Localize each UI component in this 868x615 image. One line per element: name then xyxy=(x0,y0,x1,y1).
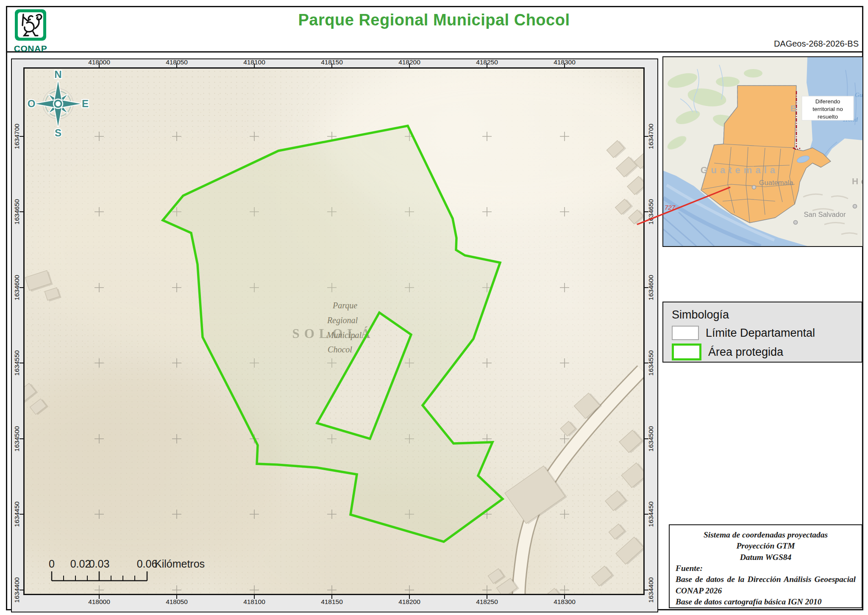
header-divider xyxy=(6,51,862,53)
building xyxy=(616,536,643,565)
svg-text:resuelto: resuelto xyxy=(818,114,838,120)
y-axis-tick xyxy=(645,211,648,212)
grid-cross-icon xyxy=(95,585,104,594)
datum-line: Datum WGS84 xyxy=(676,552,856,563)
building xyxy=(629,209,643,225)
x-axis-tick xyxy=(254,595,255,599)
compass-s: S xyxy=(55,127,61,139)
compass-n: N xyxy=(54,69,61,80)
y-axis-tick xyxy=(19,136,23,137)
inset-red-ref: 727 xyxy=(665,204,676,211)
inset-city2-dot xyxy=(794,221,798,224)
x-axis-label-bottom: 418150 xyxy=(313,598,351,606)
inset-map: Guatemala Guatemala San Salvador Ho B Gu… xyxy=(662,56,863,247)
inset-city2-label: San Salvador xyxy=(804,211,846,218)
x-axis-tick xyxy=(409,64,410,67)
inset-city3-dot xyxy=(853,205,857,208)
page-title: Parque Regional Municipal Chocol xyxy=(0,11,868,29)
legend: Simbología Límite Departamental Área pro… xyxy=(662,302,862,363)
compass-rose: N E S O xyxy=(28,69,89,139)
inset-city-label: Guatemala xyxy=(759,179,794,186)
inset-note: Diferendo territorial no resuelto xyxy=(802,96,854,120)
inset-sea-label-1: Gu xyxy=(855,91,862,98)
map-graphics: SOLOLÁ Parque Regional Municipal Chocol … xyxy=(25,69,643,594)
grid-cross-icon xyxy=(172,132,181,141)
building xyxy=(621,462,643,489)
building xyxy=(592,565,615,587)
x-axis-tick xyxy=(254,64,255,67)
x-axis-label-bottom: 418100 xyxy=(235,598,273,606)
grid-cross-icon xyxy=(560,358,569,368)
y-axis-tick xyxy=(19,438,23,439)
x-axis-label-bottom: 418250 xyxy=(468,598,506,606)
y-axis-tick xyxy=(645,514,648,515)
y-axis-tick xyxy=(19,287,23,288)
crs-line: Sistema de coordenadas proyectadas xyxy=(676,529,856,540)
y-axis-tick xyxy=(645,136,648,137)
x-axis-tick xyxy=(409,595,410,599)
building xyxy=(605,490,628,512)
source-heading: Fuente: xyxy=(676,563,856,574)
y-axis-tick xyxy=(645,590,648,590)
y-axis-tick xyxy=(19,363,23,363)
y-axis-tick xyxy=(645,363,648,363)
svg-text:Kilómetros: Kilómetros xyxy=(155,558,205,570)
grid-cross-icon xyxy=(560,510,569,519)
x-axis-tick xyxy=(564,595,565,599)
y-axis-tick xyxy=(19,211,23,212)
grid-cross-icon xyxy=(95,358,104,368)
svg-text:0: 0 xyxy=(49,558,55,570)
building xyxy=(619,429,643,454)
x-axis-label-bottom: 418050 xyxy=(158,598,196,606)
document-code: DAGeos-268-2026-BS xyxy=(774,39,859,49)
svg-text:0.03: 0.03 xyxy=(89,558,110,570)
svg-text:0.02: 0.02 xyxy=(70,558,91,570)
compass-w: O xyxy=(28,98,36,109)
y-axis-tick xyxy=(19,514,23,515)
x-axis-tick xyxy=(99,64,100,67)
protected-swatch-icon xyxy=(672,344,701,360)
projection-line: Proyección GTM xyxy=(676,540,856,551)
grid-cross-icon xyxy=(172,358,181,368)
x-axis-tick xyxy=(331,595,332,599)
legend-item-protected: Área protegida xyxy=(672,344,862,360)
departmental-swatch-icon xyxy=(672,326,699,340)
grid-cross-icon xyxy=(482,358,492,368)
inset-country-label: Guatemala xyxy=(701,165,779,175)
building xyxy=(609,523,626,540)
inset-city-dot xyxy=(752,186,756,189)
x-axis-label-bottom: 418200 xyxy=(390,598,428,606)
inset-honduras-label: Ho xyxy=(852,176,862,186)
source-line-2: Base de datos cartografía básica IGN 201… xyxy=(676,596,856,607)
compass-e: E xyxy=(82,98,89,109)
x-axis-tick xyxy=(176,595,177,599)
y-axis-tick xyxy=(645,438,648,439)
x-axis-tick xyxy=(487,595,487,599)
grid-cross-icon xyxy=(560,283,569,292)
x-axis-tick xyxy=(176,64,177,67)
svg-text:territorial no: territorial no xyxy=(812,106,843,112)
source-line-1: Base de datos de la Dirección Análisis G… xyxy=(676,574,856,596)
y-axis-tick xyxy=(19,590,23,590)
x-axis-tick xyxy=(331,64,332,67)
grid-cross-icon xyxy=(172,585,181,594)
legend-title: Simbología xyxy=(672,308,862,321)
building xyxy=(615,198,633,216)
x-axis-tick xyxy=(487,64,487,67)
grid-cross-icon xyxy=(560,585,569,594)
x-axis-label-bottom: 418300 xyxy=(545,598,584,606)
grid-cross-icon xyxy=(250,132,259,141)
legend-item-departmental: Límite Departamental xyxy=(672,326,862,340)
svg-text:Diferendo: Diferendo xyxy=(815,98,840,105)
inset-belize-label: B xyxy=(790,103,797,113)
x-axis-label-bottom: 418000 xyxy=(80,598,118,606)
conap-logo-text: CONAP xyxy=(13,44,48,54)
grid-cross-icon xyxy=(95,132,104,141)
x-axis-tick xyxy=(99,595,100,599)
credits-box: Sistema de coordenadas proyectadas Proye… xyxy=(669,524,862,608)
y-axis-tick xyxy=(645,287,648,288)
x-axis-tick xyxy=(564,64,565,67)
map-sheet: { "header": { "logo_text": "CONAP", "tit… xyxy=(0,0,868,615)
